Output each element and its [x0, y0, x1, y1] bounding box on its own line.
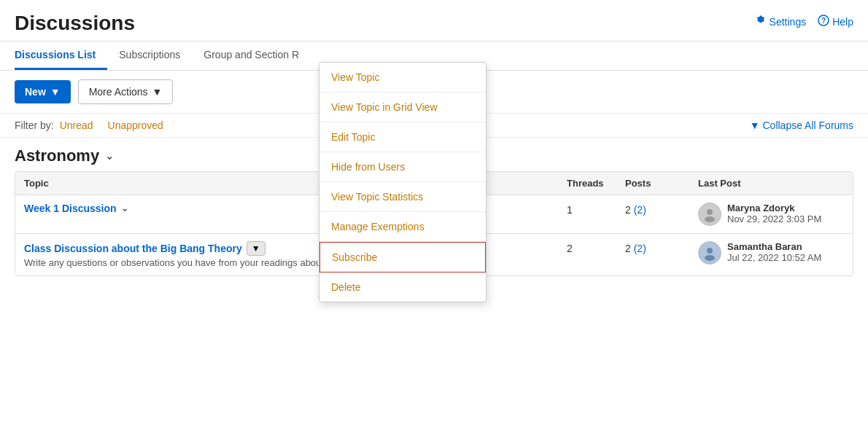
more-actions-button[interactable]: More Actions ▼: [78, 79, 174, 104]
svg-point-2: [707, 209, 713, 215]
threads-count-week1: 1: [567, 203, 625, 216]
last-post-info-bigbang: Samantha Baran Jul 22, 2022 10:52 AM: [727, 241, 821, 263]
col-posts: Posts: [625, 178, 698, 189]
menu-item-hide-users[interactable]: Hide from Users: [319, 152, 486, 182]
last-post-author-bigbang: Samantha Baran: [727, 241, 821, 252]
more-actions-label: More Actions: [89, 86, 148, 98]
filter-unread[interactable]: Unread: [60, 119, 93, 131]
menu-item-edit-topic[interactable]: Edit Topic: [319, 122, 486, 152]
topic-name-bigbang[interactable]: Class Discussion about the Big Bang Theo…: [24, 243, 242, 254]
menu-item-manage-exemptions[interactable]: Manage Exemptions: [319, 212, 486, 242]
context-dropdown-menu: View Topic View Topic in Grid View Edit …: [319, 62, 487, 302]
menu-item-delete[interactable]: Delete: [319, 273, 486, 302]
help-link[interactable]: ? Help: [818, 15, 853, 28]
svg-point-4: [707, 248, 713, 254]
new-label: New: [25, 86, 46, 98]
col-threads: Threads: [567, 178, 625, 189]
forum-name: Astronomy: [15, 146, 99, 165]
filter-unapproved[interactable]: Unapproved: [108, 119, 163, 131]
menu-item-subscribe[interactable]: Subscribe: [319, 242, 486, 273]
new-button[interactable]: New ▼: [15, 80, 71, 103]
posts-count-bigbang: 2 (2): [625, 241, 698, 254]
posts-count-week1: 2 (2): [625, 203, 698, 216]
page-header: Discussions Settings ? Help: [0, 0, 868, 42]
col-last-post: Last Post: [698, 178, 844, 189]
tab-group-section[interactable]: Group and Section R: [204, 42, 311, 70]
settings-link[interactable]: Settings: [755, 15, 807, 28]
collapse-all-label: Collapse All Forums: [763, 119, 854, 131]
topic-chevron-button-bigbang[interactable]: ▼: [247, 241, 266, 256]
collapse-all-button[interactable]: ▼ Collapse All Forums: [750, 119, 853, 131]
menu-item-view-topic[interactable]: View Topic: [319, 63, 486, 93]
menu-item-view-topic-grid[interactable]: View Topic in Grid View: [319, 93, 486, 122]
forum-chevron-icon[interactable]: ⌄: [105, 150, 114, 162]
gear-icon: [755, 15, 767, 28]
menu-item-view-stats[interactable]: View Topic Statistics: [319, 182, 486, 212]
last-post-info-week1: Maryna Zdoryk Nov 29, 2022 3:03 PM: [727, 203, 821, 224]
page-container: Discussions Settings ? Help Discussions …: [0, 0, 868, 443]
help-icon: ?: [818, 15, 829, 28]
threads-count-bigbang: 2: [567, 241, 625, 254]
chevron-down-icon-topic[interactable]: ⌄: [121, 203, 128, 213]
last-post-bigbang: Samantha Baran Jul 22, 2022 10:52 AM: [698, 241, 844, 264]
page-title: Discussions: [15, 12, 135, 35]
collapse-arrow-icon: ▼: [750, 119, 760, 131]
svg-point-3: [705, 216, 715, 222]
last-post-author-week1: Maryna Zdoryk: [727, 203, 821, 213]
last-post-date-bigbang: Jul 22, 2022 10:52 AM: [727, 252, 821, 263]
tab-discussions-list[interactable]: Discussions List: [15, 42, 107, 70]
last-post-date-week1: Nov 29, 2022 3:03 PM: [727, 213, 821, 224]
chevron-down-icon-more: ▼: [152, 86, 163, 98]
svg-text:?: ?: [821, 17, 826, 25]
tab-subscriptions[interactable]: Subscriptions: [119, 42, 192, 70]
chevron-down-icon: ▼: [50, 86, 61, 98]
settings-label: Settings: [770, 16, 807, 28]
svg-point-5: [705, 255, 715, 261]
last-post-week1: Maryna Zdoryk Nov 29, 2022 3:03 PM: [698, 203, 844, 226]
help-label: Help: [832, 16, 853, 28]
avatar-week1: [698, 203, 721, 226]
header-actions: Settings ? Help: [755, 15, 853, 28]
avatar-bigbang: [698, 241, 721, 264]
filter-label: Filter by:: [15, 119, 54, 131]
